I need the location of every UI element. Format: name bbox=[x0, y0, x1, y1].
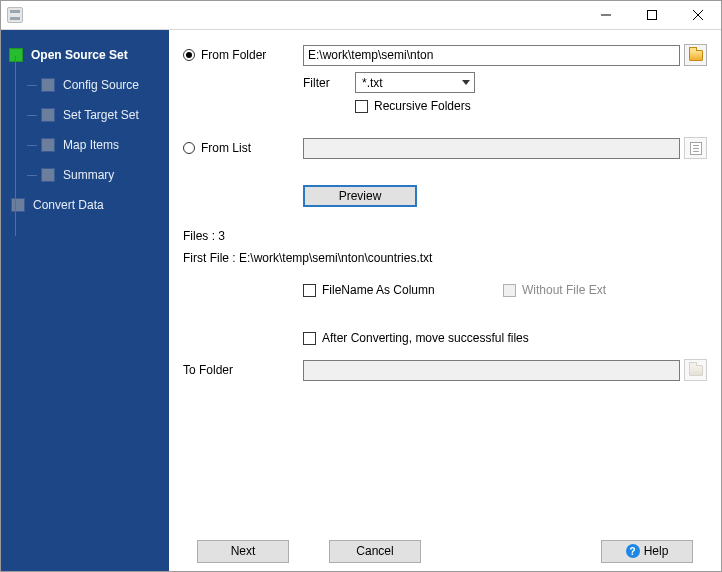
preview-button[interactable]: Preview bbox=[303, 185, 417, 207]
recursive-folders-checkbox[interactable]: Recursive Folders bbox=[355, 99, 471, 113]
step-config-source[interactable]: Config Source bbox=[23, 70, 163, 100]
browse-folder-button[interactable] bbox=[684, 44, 707, 66]
filter-label: Filter bbox=[303, 76, 355, 90]
wizard-steps-sidebar: Open Source Set Config Source Set Target… bbox=[1, 30, 169, 571]
radio-icon bbox=[183, 49, 195, 61]
step-indicator-icon bbox=[41, 78, 55, 92]
from-list-input bbox=[303, 138, 680, 159]
chevron-down-icon bbox=[462, 80, 470, 85]
step-indicator-icon bbox=[41, 168, 55, 182]
step-label: Set Target Set bbox=[63, 108, 139, 122]
wizard-buttons-bar: Next Cancel ? Help bbox=[183, 531, 707, 571]
help-icon: ? bbox=[626, 544, 640, 558]
next-button[interactable]: Next bbox=[197, 540, 289, 563]
checkbox-icon bbox=[303, 332, 316, 345]
without-file-ext-checkbox: Without File Ext bbox=[503, 283, 606, 297]
filter-value: *.txt bbox=[362, 76, 383, 90]
cancel-button[interactable]: Cancel bbox=[329, 540, 421, 563]
filename-as-column-checkbox[interactable]: FileName As Column bbox=[303, 283, 503, 297]
browse-list-button[interactable] bbox=[684, 137, 707, 159]
step-label: Map Items bbox=[63, 138, 119, 152]
step-indicator-icon bbox=[9, 48, 23, 62]
step-label: Convert Data bbox=[33, 198, 104, 212]
maximize-button[interactable] bbox=[629, 1, 675, 29]
files-count-text: Files : 3 bbox=[183, 229, 707, 243]
wizard-window: Open Source Set Config Source Set Target… bbox=[0, 0, 722, 572]
step-label: Config Source bbox=[63, 78, 139, 92]
tree-connector-line bbox=[15, 56, 16, 236]
checkbox-icon bbox=[503, 284, 516, 297]
without-file-ext-label: Without File Ext bbox=[522, 283, 606, 297]
step-indicator-icon bbox=[41, 108, 55, 122]
step-summary[interactable]: Summary bbox=[23, 160, 163, 190]
step-indicator-icon bbox=[11, 198, 25, 212]
step-map-items[interactable]: Map Items bbox=[23, 130, 163, 160]
close-button[interactable] bbox=[675, 1, 721, 29]
filename-as-column-label: FileName As Column bbox=[322, 283, 435, 297]
filter-select[interactable]: *.txt bbox=[355, 72, 475, 93]
after-converting-label: After Converting, move successful files bbox=[322, 331, 529, 345]
step-open-source-set[interactable]: Open Source Set bbox=[5, 40, 163, 70]
title-bar bbox=[1, 1, 721, 29]
help-button[interactable]: ? Help bbox=[601, 540, 693, 563]
checkbox-icon bbox=[355, 100, 368, 113]
from-list-radio[interactable]: From List bbox=[183, 141, 303, 155]
from-list-label: From List bbox=[201, 141, 251, 155]
from-folder-input[interactable]: E:\work\temp\semi\nton bbox=[303, 45, 680, 66]
checkbox-icon bbox=[303, 284, 316, 297]
svg-rect-1 bbox=[648, 11, 657, 20]
app-icon bbox=[7, 7, 23, 23]
to-folder-label: To Folder bbox=[183, 363, 233, 377]
from-folder-radio[interactable]: From Folder bbox=[183, 48, 303, 62]
step-label: Open Source Set bbox=[31, 48, 128, 62]
list-icon bbox=[690, 142, 702, 155]
to-folder-input bbox=[303, 360, 680, 381]
step-indicator-icon bbox=[41, 138, 55, 152]
first-file-text: First File : E:\work\temp\semi\nton\coun… bbox=[183, 251, 707, 265]
radio-icon bbox=[183, 142, 195, 154]
main-panel: From Folder E:\work\temp\semi\nton Filte… bbox=[169, 30, 721, 571]
step-set-target-set[interactable]: Set Target Set bbox=[23, 100, 163, 130]
from-folder-label: From Folder bbox=[201, 48, 266, 62]
folder-icon bbox=[689, 50, 703, 61]
minimize-button[interactable] bbox=[583, 1, 629, 29]
step-convert-data[interactable]: Convert Data bbox=[7, 190, 163, 220]
folder-icon bbox=[689, 365, 703, 376]
step-label: Summary bbox=[63, 168, 114, 182]
browse-to-folder-button bbox=[684, 359, 707, 381]
recursive-folders-label: Recursive Folders bbox=[374, 99, 471, 113]
after-converting-checkbox[interactable]: After Converting, move successful files bbox=[303, 331, 529, 345]
